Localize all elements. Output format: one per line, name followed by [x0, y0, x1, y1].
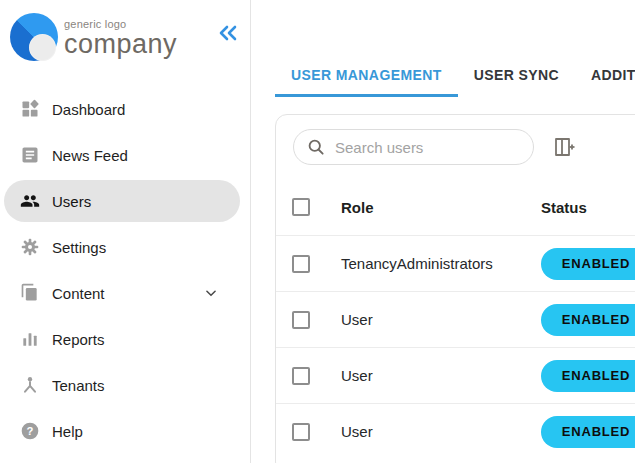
bar-chart-icon	[20, 329, 40, 349]
search-field	[293, 129, 534, 165]
sidebar-item-label: Tenants	[52, 377, 105, 394]
sidebar-item-label: Dashboard	[52, 101, 125, 118]
status-badge: ENABLED	[541, 248, 635, 280]
table-row[interactable]: TenancyAdministrators ENABLED	[276, 235, 635, 291]
sidebar-item-reports[interactable]: Reports	[4, 318, 240, 360]
sidebar-item-content[interactable]: Content	[4, 272, 240, 314]
column-header-role: Role	[341, 199, 541, 216]
row-checkbox[interactable]	[292, 311, 310, 329]
status-badge: ENABLED	[541, 304, 635, 336]
sidebar-item-tenants[interactable]: Tenants	[4, 364, 240, 406]
logo: generic logo company	[0, 0, 250, 61]
help-icon: ?	[20, 421, 40, 441]
double-chevron-left-icon	[218, 24, 238, 42]
row-checkbox[interactable]	[292, 423, 310, 441]
status-badge: ENABLED	[541, 416, 635, 448]
search-icon	[306, 137, 326, 157]
add-column-button[interactable]	[552, 134, 578, 160]
tenants-icon	[20, 375, 40, 395]
role-cell: User	[341, 423, 541, 440]
sidebar-item-label: Help	[52, 423, 83, 440]
company-logo-icon	[10, 13, 58, 61]
sidebar-item-settings[interactable]: Settings	[4, 226, 240, 268]
row-checkbox[interactable]	[292, 367, 310, 385]
sidebar-item-help[interactable]: ? Help	[4, 410, 240, 452]
role-cell: User	[341, 367, 541, 384]
content-copy-icon	[20, 283, 40, 303]
sidebar-item-label: Settings	[52, 239, 106, 256]
sidebar-item-label: Reports	[52, 331, 105, 348]
row-checkbox[interactable]	[292, 255, 310, 273]
sidebar-item-news-feed[interactable]: News Feed	[4, 134, 240, 176]
status-badge: ENABLED	[541, 360, 635, 392]
sidebar-item-label: Content	[52, 285, 105, 302]
sidebar: generic logo company	[0, 0, 251, 463]
user-table-card: Role Status TenancyAdministrators ENABLE…	[275, 114, 635, 463]
sidebar-item-dashboard[interactable]: Dashboard	[4, 88, 240, 130]
search-input[interactable]	[293, 129, 534, 165]
role-cell: TenancyAdministrators	[341, 255, 541, 272]
add-column-icon	[553, 135, 577, 159]
app-window: generic logo company	[0, 0, 635, 463]
column-header-status: Status	[541, 199, 635, 216]
news-feed-icon	[20, 145, 40, 165]
table-row[interactable]: User ENABLED	[276, 291, 635, 347]
logo-brand-text: company	[64, 31, 177, 58]
tab-bar: USER MANAGEMENT USER SYNC ADDITIONAL	[251, 55, 635, 97]
sidebar-item-users[interactable]: Users	[4, 180, 240, 222]
sidebar-item-label: Users	[52, 193, 91, 210]
users-icon	[20, 191, 40, 211]
table-row[interactable]: User ENABLED	[276, 347, 635, 403]
table-header-row: Role Status	[276, 179, 635, 235]
chevron-down-icon	[204, 286, 218, 300]
sidebar-collapse-button[interactable]	[218, 24, 238, 42]
gear-icon	[20, 237, 40, 257]
sidebar-nav: Dashboard News Feed Users	[0, 88, 250, 452]
select-all-checkbox[interactable]	[292, 198, 310, 216]
dashboard-icon	[20, 99, 40, 119]
tab-user-management[interactable]: USER MANAGEMENT	[275, 55, 458, 97]
main-content: USER MANAGEMENT USER SYNC ADDITIONAL	[251, 0, 635, 463]
tab-user-sync[interactable]: USER SYNC	[458, 55, 575, 97]
role-cell: User	[341, 311, 541, 328]
sidebar-item-label: News Feed	[52, 147, 128, 164]
table-row[interactable]: User ENABLED	[276, 403, 635, 459]
tab-additional[interactable]: ADDITIONAL	[575, 55, 635, 97]
table-toolbar	[276, 115, 635, 179]
svg-text:?: ?	[27, 425, 34, 437]
